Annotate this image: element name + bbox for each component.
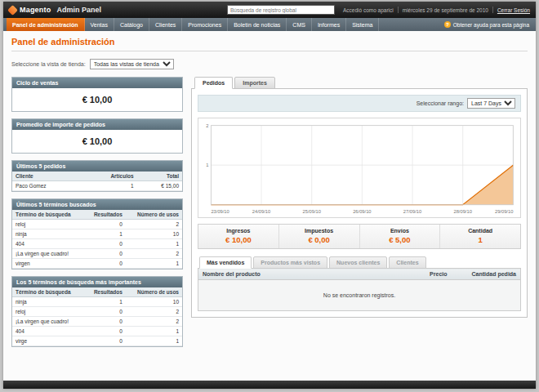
table-row: virgen01 — [12, 259, 182, 269]
store-view-select[interactable]: Todas las vistas de tienda — [90, 59, 174, 69]
product-tabs: Más vendidos Productos más vistos Nuevos… — [198, 256, 521, 269]
column-header: Artículos — [82, 172, 137, 181]
average-orders-panel: Promedio de importe de pedidos € 10,00 — [11, 118, 183, 154]
empty-row: No se encontraron registros. — [198, 280, 521, 311]
left-column: Ciclo de ventas € 10,00 Promedio de impo… — [11, 77, 183, 347]
main-nav: Panel de administración Ventas Catálogo … — [3, 18, 536, 31]
column-header: Cantidad pedida — [452, 269, 521, 280]
page-content: Panel de administración Seleccione la vi… — [3, 31, 536, 381]
divider — [492, 7, 493, 13]
admin-header: Magento Admin Panel Accedió como aparici… — [3, 2, 536, 18]
range-select[interactable]: Last 7 Days — [467, 98, 515, 109]
top-search-terms-title: Los 5 términos de búsqueda más important… — [12, 277, 182, 287]
column-header: Número de usos — [126, 210, 182, 220]
footer-bar — [3, 381, 536, 389]
table-header-row: Término de búsquedaResultadosNúmero de u… — [12, 287, 182, 297]
help-area: ? Obtener ayuda para esta página — [444, 18, 536, 31]
svg-text:24/09/10: 24/09/10 — [252, 209, 270, 214]
products-table: Nombre del productoPrecioCantidad pedida… — [198, 268, 521, 311]
nav-item-sistema[interactable]: Sistema — [346, 18, 379, 31]
nav-item-cms[interactable]: CMS — [287, 18, 312, 31]
lifetime-sales-panel: Ciclo de ventas € 10,00 — [11, 77, 183, 112]
logout-link[interactable]: Cerrar Sesión — [497, 7, 530, 13]
table-row: ninja110 — [12, 297, 182, 307]
table-row: 40401 — [12, 239, 182, 249]
totals-row: Ingresos € 10,00 Impuestos € 0,00 Envíos… — [198, 224, 521, 249]
table-header-row: ClienteArtículosTotal — [12, 172, 182, 181]
chart-tabs: Pedidos Importes — [191, 77, 528, 89]
brand-name: Magento — [20, 6, 51, 14]
svg-text:23/09/10: 23/09/10 — [211, 209, 229, 214]
svg-text:1: 1 — [206, 163, 208, 167]
column-header: Resultados — [85, 210, 126, 220]
table-row: reloj02 — [12, 220, 182, 229]
top-search-terms-panel: Los 5 términos de búsqueda más important… — [11, 276, 183, 347]
nav-item-boletin[interactable]: Boletín de noticias — [228, 18, 287, 31]
header-user-area: Accedió como aparici miércoles 29 de sep… — [343, 7, 530, 13]
global-search-input[interactable] — [227, 5, 335, 15]
range-label: Seleccionar rango: — [416, 100, 464, 106]
nav-item-clientes[interactable]: Clientes — [149, 18, 182, 31]
dashboard-columns: Ciclo de ventas € 10,00 Promedio de impo… — [11, 77, 528, 347]
column-header: Término de búsqueda — [12, 210, 85, 220]
tab-productos-mas-vistos[interactable]: Productos más vistos — [253, 256, 327, 269]
table-row: ¡La virgen que cuadro!02 — [12, 249, 182, 259]
column-header: Resultados — [85, 287, 126, 297]
help-icon: ? — [444, 21, 451, 28]
tab-nuevos-clientes[interactable]: Nuevos clientes — [329, 256, 387, 269]
divider — [398, 7, 399, 13]
nav-item-ventas[interactable]: Ventas — [85, 18, 114, 31]
last-search-terms-panel: Últimos 5 términos buscados Término de b… — [11, 198, 183, 270]
header-date: miércoles 29 de septiembre de 2010 — [403, 7, 488, 13]
column-header: Número de usos — [126, 287, 182, 297]
last-search-terms-table: Término de búsquedaResultadosNúmero de u… — [12, 210, 182, 269]
tab-clientes[interactable]: Clientes — [389, 256, 425, 269]
help-link[interactable]: Obtener ayuda para esta página — [453, 22, 529, 28]
logged-in-text: Accedió como aparici — [343, 7, 394, 13]
svg-text:2: 2 — [206, 123, 208, 128]
column-header: Cliente — [12, 172, 82, 181]
column-header: Término de búsqueda — [12, 287, 85, 297]
magento-logo-icon — [7, 5, 18, 16]
nav-item-panel-administracion[interactable]: Panel de administración — [7, 18, 85, 31]
orders-chart-svg: 23/09/1024/09/1025/09/1026/09/1027/09/10… — [198, 118, 520, 217]
last-orders-title: Últimos 5 pedidos — [12, 161, 182, 172]
table-row: ¡La virgen que cuadro!02 — [12, 317, 182, 327]
average-orders-title: Promedio de importe de pedidos — [12, 119, 182, 130]
nav-item-informes[interactable]: Informes — [312, 18, 346, 31]
svg-text:25/09/10: 25/09/10 — [303, 209, 321, 214]
tab-pedidos[interactable]: Pedidos — [194, 77, 233, 89]
table-header-row: Nombre del productoPrecioCantidad pedida — [198, 269, 521, 280]
table-row: virge01 — [12, 336, 182, 346]
average-orders-value: € 10,00 — [12, 130, 182, 153]
magento-logo: Magento Admin Panel — [9, 6, 101, 14]
table-row: 40401 — [12, 327, 182, 336]
lifetime-sales-title: Ciclo de ventas — [12, 78, 182, 88]
table-header-row: Término de búsquedaResultadosNúmero de u… — [12, 210, 182, 220]
column-header: Precio — [394, 269, 452, 280]
store-view-row: Seleccione la vista de tienda: Todas las… — [11, 59, 528, 69]
brand-suffix: Admin Panel — [56, 6, 101, 14]
admin-window: Magento Admin Panel Accedió como aparici… — [3, 2, 536, 389]
column-header: Total — [137, 172, 182, 181]
range-selector-row: Seleccionar rango: Last 7 Days — [198, 95, 521, 112]
svg-text:27/09/10: 27/09/10 — [403, 209, 421, 214]
svg-text:29/09/10: 29/09/10 — [495, 209, 513, 214]
last-orders-panel: Últimos 5 pedidos ClienteArtículosTotal … — [11, 160, 183, 192]
tab-mas-vendidos[interactable]: Más vendidos — [199, 256, 252, 269]
last-search-terms-title: Últimos 5 términos buscados — [12, 199, 182, 210]
tab-importes[interactable]: Importes — [234, 77, 275, 89]
stat-envios: Envíos € 5,00 — [360, 225, 441, 248]
page-title: Panel de administración — [11, 37, 528, 51]
nav-item-catalogo[interactable]: Catálogo — [114, 18, 149, 31]
store-view-label: Seleccione la vista de tienda: — [11, 61, 86, 67]
table-row: ninja110 — [12, 229, 182, 239]
stat-ingresos: Ingresos € 10,00 — [198, 225, 279, 248]
top-search-terms-table: Término de búsquedaResultadosNúmero de u… — [12, 287, 182, 346]
stat-cantidad: Cantidad 1 — [440, 225, 520, 248]
nav-item-promociones[interactable]: Promociones — [182, 18, 228, 31]
column-header: Nombre del producto — [198, 269, 394, 280]
empty-message: No se encontraron registros. — [198, 280, 521, 311]
svg-text:28/09/10: 28/09/10 — [453, 209, 471, 214]
table-row: reloj02 — [12, 307, 182, 317]
